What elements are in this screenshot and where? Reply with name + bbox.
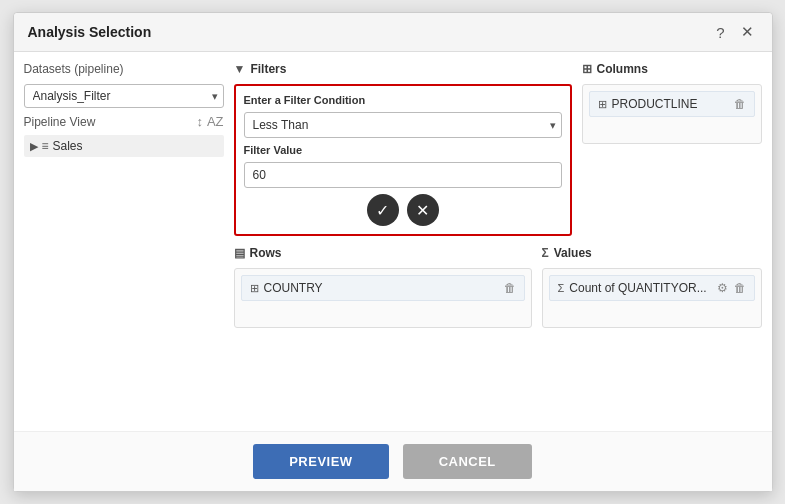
column-item-productline: ⊞ PRODUCTLINE 🗑: [589, 91, 755, 117]
filter-condition-box: Enter a Filter Condition Less Than ▾ Fil…: [234, 84, 572, 236]
columns-icon: ⊞: [582, 62, 592, 76]
filter-value-input[interactable]: [244, 162, 562, 188]
dialog-body: Datasets (pipeline) Analysis_Filter ▾ Pi…: [14, 52, 772, 431]
preview-button[interactable]: PREVIEW: [253, 444, 388, 479]
cancel-button[interactable]: CANCEL: [403, 444, 532, 479]
values-item-count: Σ Count of QUANTITYOR... ⚙ 🗑: [549, 275, 755, 301]
column-item-label: PRODUCTLINE: [612, 97, 698, 111]
pipeline-view-label: Pipeline View: [24, 115, 96, 129]
dialog-title: Analysis Selection: [28, 24, 152, 40]
help-button[interactable]: ?: [712, 22, 728, 43]
settings-icon[interactable]: ⚙: [717, 281, 728, 295]
filters-section-header: ▼ Filters: [234, 62, 572, 76]
lines-icon: ≡: [42, 139, 49, 153]
tree-item-label: Sales: [53, 139, 83, 153]
dataset-select-wrapper: Analysis_Filter ▾: [24, 84, 224, 108]
filters-box: ▼ Filters Enter a Filter Condition Less …: [234, 62, 572, 236]
rows-label: Rows: [250, 246, 282, 260]
filter-cancel-button[interactable]: ✕: [407, 194, 439, 226]
delete-value-icon[interactable]: 🗑: [734, 281, 746, 295]
rows-section-header: ▤ Rows: [234, 246, 532, 260]
dialog-header-icons: ? ✕: [712, 21, 757, 43]
columns-box: ⊞ Columns ⊞ PRODUCTLINE 🗑: [582, 62, 762, 236]
pipeline-icons: ↕ AZ: [196, 114, 223, 129]
columns-section-header: ⊞ Columns: [582, 62, 762, 76]
left-panel: Datasets (pipeline) Analysis_Filter ▾ Pi…: [24, 62, 224, 421]
dialog-header: Analysis Selection ? ✕: [14, 13, 772, 52]
close-button[interactable]: ✕: [737, 21, 758, 43]
columns-area: ⊞ PRODUCTLINE 🗑: [582, 84, 762, 144]
values-label: Values: [554, 246, 592, 260]
dataset-select[interactable]: Analysis_Filter: [24, 84, 224, 108]
filters-label: Filters: [250, 62, 286, 76]
right-panel: ▼ Filters Enter a Filter Condition Less …: [234, 62, 762, 421]
filter-icon: ▼: [234, 62, 246, 76]
columns-label: Columns: [597, 62, 648, 76]
sort-icon[interactable]: ↕: [196, 114, 203, 129]
tree-item-sales[interactable]: ▶ ≡ Sales: [24, 135, 224, 157]
datasets-label: Datasets (pipeline): [24, 62, 224, 76]
delete-column-icon[interactable]: 🗑: [734, 97, 746, 111]
values-item-label: Count of QUANTITYOR...: [569, 281, 706, 295]
top-sections: ▼ Filters Enter a Filter Condition Less …: [234, 62, 762, 236]
filter-select-wrapper: Less Than ▾: [244, 112, 562, 138]
dialog-footer: PREVIEW CANCEL: [14, 431, 772, 491]
az-icon[interactable]: AZ: [207, 114, 224, 129]
rows-icon: ▤: [234, 246, 245, 260]
values-area: Σ Count of QUANTITYOR... ⚙ 🗑: [542, 268, 762, 328]
values-box: Σ Values Σ Count of QUANTITYOR... ⚙ 🗑: [542, 246, 762, 346]
tree-expand-icon: ▶: [30, 140, 38, 153]
filter-condition-select[interactable]: Less Than: [244, 112, 562, 138]
table-icon: ⊞: [598, 98, 607, 111]
sigma-icon: Σ: [558, 282, 565, 294]
filter-confirm-button[interactable]: ✓: [367, 194, 399, 226]
pipeline-view-row: Pipeline View ↕ AZ: [24, 114, 224, 129]
bottom-sections: ▤ Rows ⊞ COUNTRY 🗑: [234, 246, 762, 346]
sigma-icon: Σ: [542, 246, 549, 260]
value-item-icons: ⚙ 🗑: [717, 281, 746, 295]
row-item-country: ⊞ COUNTRY 🗑: [241, 275, 525, 301]
values-section-header: Σ Values: [542, 246, 762, 260]
filter-buttons: ✓ ✕: [244, 194, 562, 226]
rows-area: ⊞ COUNTRY 🗑: [234, 268, 532, 328]
filter-value-label: Filter Value: [244, 144, 562, 156]
analysis-selection-dialog: Analysis Selection ? ✕ Datasets (pipelin…: [13, 12, 773, 492]
row-item-label: COUNTRY: [264, 281, 323, 295]
rows-box: ▤ Rows ⊞ COUNTRY 🗑: [234, 246, 532, 346]
delete-row-icon[interactable]: 🗑: [504, 281, 516, 295]
filter-condition-label: Enter a Filter Condition: [244, 94, 562, 106]
table-icon: ⊞: [250, 282, 259, 295]
